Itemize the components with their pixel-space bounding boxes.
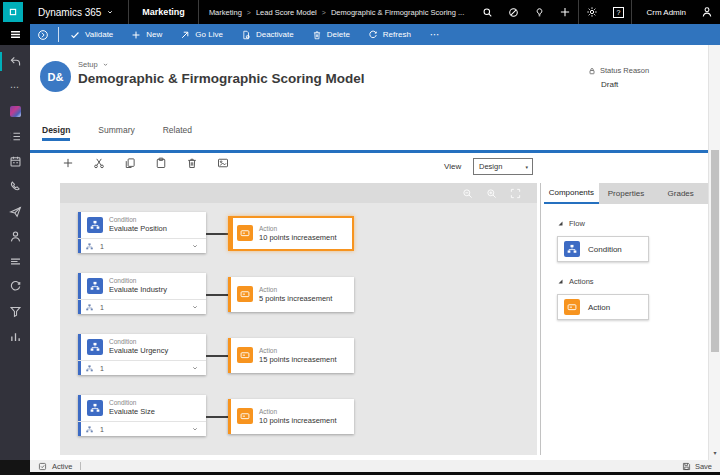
funnel-icon [9,305,22,318]
refresh-button[interactable]: Refresh [359,24,420,45]
tab-components[interactable]: Components [544,183,599,204]
breadcrumb-item[interactable]: Marketing [209,8,242,17]
expand-chevron-icon[interactable] [191,425,199,433]
designer-toolbar [62,157,229,169]
plus-icon [131,30,141,40]
sidebar-item-filter[interactable] [0,299,30,324]
tile-name: Evaluate Size [109,407,155,417]
tile-label: Action [588,303,610,312]
flow-section-toggle[interactable]: Flow [557,219,585,228]
hamburger-icon [9,28,22,41]
condition-icon [564,241,580,257]
delete-component-button[interactable] [186,157,198,169]
tile-type-label: Condition [109,277,167,285]
copy-icon [124,157,136,169]
settings-button[interactable] [579,0,605,24]
plus-icon [62,157,74,169]
zoom-in-button[interactable] [486,188,497,199]
expand-chevron-icon[interactable] [191,303,199,311]
designer-canvas[interactable]: ConditionEvaluate Position 1 Action10 po… [60,183,537,455]
delete-button[interactable]: Delete [303,24,359,45]
breadcrumb-item[interactable]: Lead Score Model [256,8,317,17]
tile-type-label: Action [259,225,337,233]
search-button[interactable] [474,0,500,24]
new-button[interactable]: New [122,24,171,45]
condition-tile[interactable]: ConditionEvaluate Position 1 [78,212,206,253]
action-icon [237,347,253,363]
sidebar-item-more[interactable]: ⋯ [0,74,30,99]
scroll-down-arrow-icon[interactable]: ▾ [709,449,720,456]
tab-properties[interactable]: Properties [599,183,654,204]
help-button[interactable]: ? [605,0,631,24]
form-selector[interactable]: Setup [78,60,109,69]
sidebar-item-send[interactable] [0,199,30,224]
expand-chevron-icon[interactable] [191,242,199,250]
sidebar-item-back[interactable] [0,49,30,74]
product-switcher[interactable]: Dynamics 365 [23,7,128,18]
breadcrumb-separator: > [322,9,326,16]
flow-row: ConditionEvaluate Industry 1 Action5 poi… [60,273,537,319]
action-icon [237,225,253,241]
deactivate-button[interactable]: Deactivate [232,24,303,45]
condition-tile[interactable]: ConditionEvaluate Industry 1 [78,273,206,314]
paper-plane-icon [9,205,22,218]
sidebar-item-align[interactable] [0,249,30,274]
sidebar-item-contacts[interactable] [0,224,30,249]
zoom-out-button[interactable] [462,188,473,199]
waffle-button[interactable] [3,2,23,22]
expand-chevron-icon[interactable] [191,364,199,372]
sidebar-item-list[interactable] [0,124,30,149]
cut-button[interactable] [93,157,105,169]
go-live-button[interactable]: Go Live [171,24,232,45]
validate-button[interactable]: Validate [61,24,122,45]
sidebar-item-pinned-app[interactable] [0,99,30,124]
condition-component-tile[interactable]: Condition [557,236,649,262]
tab-grades[interactable]: Grades [653,183,708,204]
sidebar-item-sync[interactable] [0,274,30,299]
help-icon: ? [613,7,624,18]
action-tile[interactable]: Action5 points increasement [228,277,354,312]
tab-related[interactable]: Related [163,125,192,141]
record-avatar: D& [40,61,71,92]
sidebar-item-calendar[interactable] [0,149,30,174]
condition-tile[interactable]: ConditionEvaluate Size 1 [78,395,206,436]
nav-hamburger-button[interactable] [0,24,30,45]
action-tile[interactable]: Action10 points increasement [228,399,354,434]
app-name-button[interactable]: Marketing [129,7,198,17]
tab-design[interactable]: Design [42,125,70,141]
action-accent-stripe [228,338,231,373]
account-button[interactable] [694,0,720,24]
scrollbar-thumb[interactable] [711,150,719,352]
save-icon [682,462,691,471]
lines-icon [9,255,22,268]
chevron-down-icon [102,61,109,68]
tile-name: 15 points increasement [259,355,337,365]
insights-button[interactable] [526,0,552,24]
recent-items-button[interactable] [500,0,526,24]
actions-section-toggle[interactable]: Actions [557,277,594,286]
action-icon [237,286,253,302]
action-component-tile[interactable]: Action [557,294,649,320]
add-component-button[interactable] [62,157,74,169]
collapse-commandbar-button[interactable] [30,24,56,45]
save-button[interactable]: Save [682,462,712,471]
tab-summary[interactable]: Summary [98,125,134,141]
fit-to-screen-button[interactable] [510,188,521,199]
record-state: Active [38,462,72,471]
bulleted-list-icon [9,130,22,143]
page-scrollbar[interactable]: ▾ [708,45,720,460]
paste-button[interactable] [155,157,167,169]
action-tile-selected[interactable]: Action10 points increasement [228,216,354,251]
sidebar-item-phone[interactable] [0,174,30,199]
condition-tile[interactable]: ConditionEvaluate Urgency 1 [78,334,206,375]
snapshot-button[interactable] [217,157,229,169]
action-icon [564,299,580,315]
quick-create-button[interactable] [552,0,578,24]
copy-button[interactable] [124,157,136,169]
more-commands-button[interactable]: ⋯ [420,24,451,45]
top-nav-bar: Dynamics 365 Marketing Marketing > Lead … [0,0,720,24]
view-dropdown[interactable]: Design ▾ [473,158,533,175]
branch-icon [85,242,94,251]
sidebar-item-charts[interactable] [0,324,30,349]
action-tile[interactable]: Action15 points increasement [228,338,354,373]
